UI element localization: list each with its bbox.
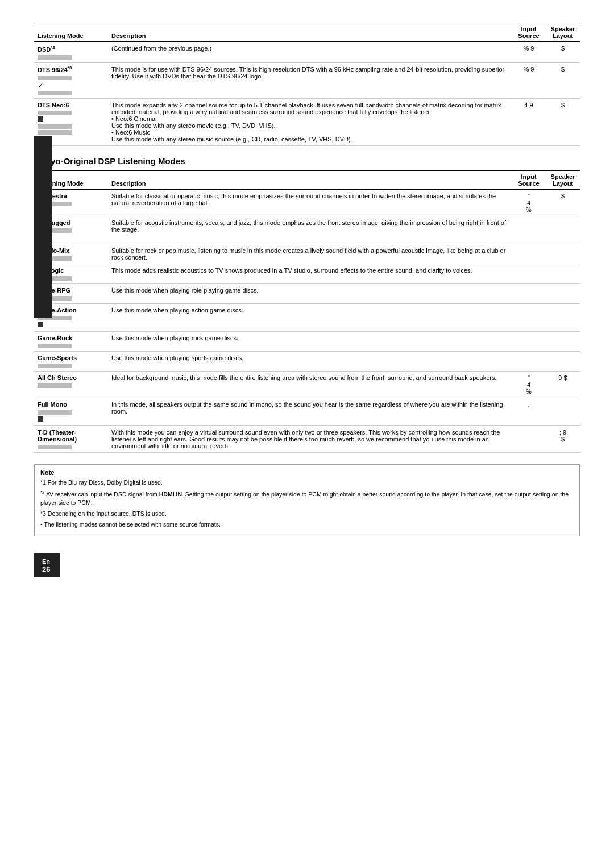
page-content: Listening Mode Description Input Source … bbox=[34, 23, 580, 577]
page-en-label: En bbox=[42, 558, 50, 565]
input-cell bbox=[512, 216, 546, 244]
square-icon bbox=[38, 322, 43, 327]
input-cell bbox=[512, 244, 546, 264]
note-item-3: *3 Depending on the input source, DTS is… bbox=[40, 510, 574, 519]
table-row: DSD*2 (Continued from the previous page.… bbox=[34, 42, 580, 63]
mode-cell: All Ch Stereo bbox=[34, 372, 108, 398]
page-number: 26 bbox=[42, 565, 50, 574]
input-cell bbox=[512, 352, 546, 372]
mode-name: Game-Rock bbox=[38, 335, 72, 341]
speaker-cell bbox=[546, 304, 580, 332]
table-row: DTS 96/24*3 ✓ This mode is for use with … bbox=[34, 62, 580, 99]
th-input-source-1: Input Source bbox=[512, 23, 546, 42]
speaker-cell: ; 9 $ bbox=[546, 426, 580, 453]
check-icon: ✓ bbox=[38, 81, 44, 90]
mode-cell: DTS 96/24*3 ✓ bbox=[34, 62, 108, 99]
speaker-cell: 9 $ bbox=[546, 372, 580, 398]
th-listening-mode-1: Listening Mode bbox=[34, 23, 108, 42]
note-box: Note *1 For the Blu-ray Discs, Dolby Dig… bbox=[34, 464, 580, 536]
speaker-cell: $ bbox=[546, 99, 580, 146]
page-wrapper: Listening Mode Description Input Source … bbox=[34, 23, 580, 577]
description-cell: With this mode you can enjoy a virtual s… bbox=[108, 426, 512, 453]
speaker-cell bbox=[546, 332, 580, 352]
mode-name: Full Mono bbox=[38, 401, 67, 408]
table-row: Studio-Mix Suitable for rock or pop musi… bbox=[34, 244, 580, 264]
square-icon bbox=[38, 416, 43, 422]
mode-cell: Game-Sports bbox=[34, 352, 108, 372]
th-speaker-layout-2: Speaker Layout bbox=[546, 171, 580, 190]
note-item-1: *1 For the Blu-ray Discs, Dolby Digital … bbox=[40, 478, 574, 487]
description-cell: Use this mode when playing rock game dis… bbox=[108, 332, 512, 352]
table-dsp: Listening Mode Description Input Source … bbox=[34, 170, 580, 453]
table-row: T-D (Theater-Dimensional) With this mode… bbox=[34, 426, 580, 453]
table-row: Game-Action Use this mode when playing a… bbox=[34, 304, 580, 332]
speaker-cell bbox=[546, 352, 580, 372]
input-cell: % 9 bbox=[512, 62, 546, 99]
th-description-2: Description bbox=[108, 171, 512, 190]
input-cell: 4 9 bbox=[512, 99, 546, 146]
mode-name: T-D (Theater-Dimensional) bbox=[38, 429, 77, 443]
input-cell: " 4 % bbox=[512, 190, 546, 216]
square-icon bbox=[38, 116, 43, 122]
mode-cell: Full Mono bbox=[34, 398, 108, 426]
mode-cell: T-D (Theater-Dimensional) bbox=[34, 426, 108, 453]
mode-cell: DSD*2 bbox=[34, 42, 108, 63]
input-cell: " 4 % bbox=[512, 372, 546, 398]
input-cell bbox=[512, 332, 546, 352]
input-cell: , bbox=[512, 398, 546, 426]
speaker-cell bbox=[546, 398, 580, 426]
page-number-box: En 26 bbox=[34, 553, 60, 577]
th-description-1: Description bbox=[108, 23, 512, 42]
speaker-cell bbox=[546, 264, 580, 284]
mode-name: DSD*2 bbox=[38, 46, 55, 53]
description-cell: This mode is for use with DTS 96/24 sour… bbox=[108, 62, 512, 99]
description-cell: This mode expands any 2-channel source f… bbox=[108, 99, 512, 146]
mode-name: All Ch Stereo bbox=[38, 374, 77, 381]
description-cell: (Continued from the previous page.) bbox=[108, 42, 512, 63]
mode-name: Game-Sports bbox=[38, 354, 77, 361]
note-item-4: • The listening modes cannot be selected… bbox=[40, 520, 574, 529]
input-cell bbox=[512, 284, 546, 304]
table-row: Game-Rock Use this mode when playing roc… bbox=[34, 332, 580, 352]
description-cell: In this mode, all speakers output the sa… bbox=[108, 398, 512, 426]
description-cell: This mode adds realistic acoustics to TV… bbox=[108, 264, 512, 284]
table-row: Game-Sports Use this mode when playing s… bbox=[34, 352, 580, 372]
table-row: All Ch Stereo Ideal for background music… bbox=[34, 372, 580, 398]
table-row: DTS Neo:6 This mode expands any 2-channe… bbox=[34, 99, 580, 146]
description-cell: Use this mode when playing sports game d… bbox=[108, 352, 512, 372]
description-cell: Suitable for rock or pop music, listenin… bbox=[108, 244, 512, 264]
description-cell: Use this mode when playing action game d… bbox=[108, 304, 512, 332]
input-cell: % 9 bbox=[512, 42, 546, 63]
description-cell: Use this mode when playing role playing … bbox=[108, 284, 512, 304]
table-dts: Listening Mode Description Input Source … bbox=[34, 23, 580, 146]
speaker-cell bbox=[546, 284, 580, 304]
table-row: Unplugged Suitable for acoustic instrume… bbox=[34, 216, 580, 244]
speaker-cell: $ bbox=[546, 190, 580, 216]
table-row: TV Logic This mode adds realistic acoust… bbox=[34, 264, 580, 284]
note-item-2: *2 AV receiver can input the DSD signal … bbox=[40, 489, 574, 508]
speaker-cell: $ bbox=[546, 42, 580, 63]
speaker-cell bbox=[546, 216, 580, 244]
speaker-cell: $ bbox=[546, 62, 580, 99]
th-speaker-layout-1: Speaker Layout bbox=[546, 23, 580, 42]
note-label: Note bbox=[40, 469, 574, 476]
description-cell: Ideal for background music, this mode fi… bbox=[108, 372, 512, 398]
speaker-cell bbox=[546, 244, 580, 264]
input-cell bbox=[512, 426, 546, 453]
description-cell: Suitable for acoustic instruments, vocal… bbox=[108, 216, 512, 244]
page-footer: En 26 bbox=[34, 553, 580, 577]
input-cell bbox=[512, 264, 546, 284]
input-cell bbox=[512, 304, 546, 332]
left-bar bbox=[34, 136, 52, 318]
mode-name: DTS 96/24*3 bbox=[38, 66, 72, 73]
table-row: Full Mono In this mode, all speakers out… bbox=[34, 398, 580, 426]
description-cell: Suitable for classical or operatic music… bbox=[108, 190, 512, 216]
mode-name: DTS Neo:6 bbox=[38, 102, 69, 108]
table-row: Orchestra Suitable for classical or oper… bbox=[34, 190, 580, 216]
section-title-dsp: Onkyo-Original DSP Listening Modes bbox=[34, 156, 580, 166]
table-row: Game-RPG Use this mode when playing role… bbox=[34, 284, 580, 304]
th-input-source-2: Input Source bbox=[512, 171, 546, 190]
mode-cell: Game-Rock bbox=[34, 332, 108, 352]
